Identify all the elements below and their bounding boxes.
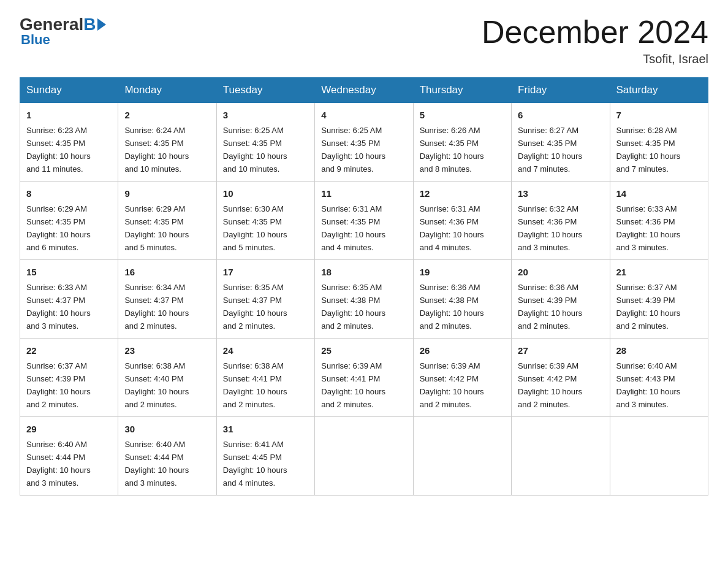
day-number: 9 — [124, 186, 210, 201]
day-info: Sunrise: 6:38 AMSunset: 4:41 PMDaylight:… — [223, 361, 287, 409]
header-tuesday: Tuesday — [216, 78, 314, 103]
page-subtitle: Tsofit, Israel — [482, 52, 708, 66]
calendar-cell: 28Sunrise: 6:40 AMSunset: 4:43 PMDayligh… — [610, 339, 708, 417]
day-info: Sunrise: 6:40 AMSunset: 4:44 PMDaylight:… — [26, 440, 91, 488]
day-info: Sunrise: 6:25 AMSunset: 4:35 PMDaylight:… — [223, 126, 287, 174]
calendar-cell: 11Sunrise: 6:31 AMSunset: 4:35 PMDayligh… — [315, 182, 413, 260]
day-number: 12 — [420, 186, 505, 201]
day-info: Sunrise: 6:29 AMSunset: 4:35 PMDaylight:… — [124, 204, 189, 252]
day-number: 5 — [420, 108, 505, 122]
calendar-cell: 16Sunrise: 6:34 AMSunset: 4:37 PMDayligh… — [118, 260, 216, 339]
calendar-cell — [512, 416, 610, 495]
calendar-cell: 29Sunrise: 6:40 AMSunset: 4:44 PMDayligh… — [20, 416, 118, 495]
calendar-cell: 31Sunrise: 6:41 AMSunset: 4:45 PMDayligh… — [216, 416, 314, 495]
day-number: 24 — [223, 343, 308, 358]
calendar-week-row: 15Sunrise: 6:33 AMSunset: 4:37 PMDayligh… — [20, 260, 708, 339]
calendar-week-row: 8Sunrise: 6:29 AMSunset: 4:35 PMDaylight… — [20, 182, 708, 260]
calendar-cell: 14Sunrise: 6:33 AMSunset: 4:36 PMDayligh… — [610, 182, 708, 260]
calendar-cell: 9Sunrise: 6:29 AMSunset: 4:35 PMDaylight… — [118, 182, 216, 260]
calendar-cell: 25Sunrise: 6:39 AMSunset: 4:41 PMDayligh… — [315, 339, 413, 417]
day-number: 11 — [321, 186, 406, 201]
day-number: 14 — [616, 186, 702, 201]
calendar-header-row: SundayMondayTuesdayWednesdayThursdayFrid… — [20, 78, 708, 103]
logo-subtitle: Blue — [21, 32, 50, 48]
calendar-cell: 20Sunrise: 6:36 AMSunset: 4:39 PMDayligh… — [512, 260, 610, 339]
day-info: Sunrise: 6:41 AMSunset: 4:45 PMDaylight:… — [223, 440, 287, 488]
calendar-cell: 30Sunrise: 6:40 AMSunset: 4:44 PMDayligh… — [118, 416, 216, 495]
calendar-cell: 4Sunrise: 6:25 AMSunset: 4:35 PMDaylight… — [315, 103, 413, 182]
day-number: 22 — [26, 343, 112, 358]
calendar-cell: 23Sunrise: 6:38 AMSunset: 4:40 PMDayligh… — [118, 339, 216, 417]
calendar-cell: 7Sunrise: 6:28 AMSunset: 4:35 PMDaylight… — [610, 103, 708, 182]
calendar-cell: 19Sunrise: 6:36 AMSunset: 4:38 PMDayligh… — [413, 260, 511, 339]
day-number: 25 — [321, 343, 406, 358]
day-info: Sunrise: 6:29 AMSunset: 4:35 PMDaylight:… — [26, 204, 91, 252]
calendar-cell: 24Sunrise: 6:38 AMSunset: 4:41 PMDayligh… — [216, 339, 314, 417]
logo: General B Blue — [20, 15, 106, 48]
day-info: Sunrise: 6:38 AMSunset: 4:40 PMDaylight:… — [124, 361, 189, 409]
day-number: 8 — [26, 186, 112, 201]
day-number: 26 — [420, 343, 505, 358]
page-title: December 2024 — [482, 15, 708, 50]
calendar-cell: 26Sunrise: 6:39 AMSunset: 4:42 PMDayligh… — [413, 339, 511, 417]
header-monday: Monday — [118, 78, 216, 103]
day-info: Sunrise: 6:25 AMSunset: 4:35 PMDaylight:… — [321, 126, 385, 174]
day-number: 19 — [420, 265, 505, 279]
day-number: 23 — [124, 343, 210, 358]
day-number: 1 — [26, 108, 112, 122]
day-number: 31 — [223, 422, 308, 436]
day-number: 7 — [616, 108, 702, 122]
header-saturday: Saturday — [610, 78, 708, 103]
calendar-cell: 1Sunrise: 6:23 AMSunset: 4:35 PMDaylight… — [20, 103, 118, 182]
day-number: 21 — [616, 265, 702, 279]
calendar-cell: 5Sunrise: 6:26 AMSunset: 4:35 PMDaylight… — [413, 103, 511, 182]
day-info: Sunrise: 6:37 AMSunset: 4:39 PMDaylight:… — [616, 283, 681, 331]
calendar-table: SundayMondayTuesdayWednesdayThursdayFrid… — [20, 77, 708, 496]
day-number: 3 — [223, 108, 308, 122]
day-number: 30 — [124, 422, 210, 436]
day-info: Sunrise: 6:39 AMSunset: 4:42 PMDaylight:… — [518, 361, 582, 409]
page-header: General B Blue December 2024 Tsofit, Isr… — [20, 15, 708, 66]
calendar-cell — [413, 416, 511, 495]
day-info: Sunrise: 6:39 AMSunset: 4:42 PMDaylight:… — [420, 361, 484, 409]
calendar-cell — [610, 416, 708, 495]
day-number: 2 — [124, 108, 210, 122]
calendar-week-row: 1Sunrise: 6:23 AMSunset: 4:35 PMDaylight… — [20, 103, 708, 182]
day-info: Sunrise: 6:37 AMSunset: 4:39 PMDaylight:… — [26, 361, 91, 409]
day-info: Sunrise: 6:36 AMSunset: 4:38 PMDaylight:… — [420, 283, 484, 331]
calendar-cell: 3Sunrise: 6:25 AMSunset: 4:35 PMDaylight… — [216, 103, 314, 182]
day-info: Sunrise: 6:31 AMSunset: 4:35 PMDaylight:… — [321, 204, 385, 252]
day-number: 4 — [321, 108, 406, 122]
calendar-cell: 15Sunrise: 6:33 AMSunset: 4:37 PMDayligh… — [20, 260, 118, 339]
calendar-cell: 10Sunrise: 6:30 AMSunset: 4:35 PMDayligh… — [216, 182, 314, 260]
day-info: Sunrise: 6:35 AMSunset: 4:37 PMDaylight:… — [223, 283, 287, 331]
day-info: Sunrise: 6:33 AMSunset: 4:37 PMDaylight:… — [26, 283, 91, 331]
logo-triangle-icon — [97, 18, 106, 31]
day-info: Sunrise: 6:40 AMSunset: 4:44 PMDaylight:… — [124, 440, 189, 488]
day-info: Sunrise: 6:31 AMSunset: 4:36 PMDaylight:… — [420, 204, 484, 252]
day-info: Sunrise: 6:28 AMSunset: 4:35 PMDaylight:… — [616, 126, 681, 174]
day-number: 29 — [26, 422, 112, 436]
calendar-cell: 22Sunrise: 6:37 AMSunset: 4:39 PMDayligh… — [20, 339, 118, 417]
calendar-cell: 12Sunrise: 6:31 AMSunset: 4:36 PMDayligh… — [413, 182, 511, 260]
header-thursday: Thursday — [413, 78, 511, 103]
calendar-cell: 8Sunrise: 6:29 AMSunset: 4:35 PMDaylight… — [20, 182, 118, 260]
calendar-week-row: 29Sunrise: 6:40 AMSunset: 4:44 PMDayligh… — [20, 416, 708, 495]
calendar-cell — [315, 416, 413, 495]
calendar-cell: 21Sunrise: 6:37 AMSunset: 4:39 PMDayligh… — [610, 260, 708, 339]
calendar-cell: 2Sunrise: 6:24 AMSunset: 4:35 PMDaylight… — [118, 103, 216, 182]
logo-blue-part: B — [83, 15, 105, 34]
day-number: 17 — [223, 265, 308, 279]
day-info: Sunrise: 6:24 AMSunset: 4:35 PMDaylight:… — [124, 126, 189, 174]
day-info: Sunrise: 6:33 AMSunset: 4:36 PMDaylight:… — [616, 204, 681, 252]
day-info: Sunrise: 6:32 AMSunset: 4:36 PMDaylight:… — [518, 204, 582, 252]
day-number: 28 — [616, 343, 702, 358]
calendar-cell: 6Sunrise: 6:27 AMSunset: 4:35 PMDaylight… — [512, 103, 610, 182]
day-number: 6 — [518, 108, 603, 122]
calendar-cell: 13Sunrise: 6:32 AMSunset: 4:36 PMDayligh… — [512, 182, 610, 260]
header-wednesday: Wednesday — [315, 78, 413, 103]
day-number: 15 — [26, 265, 112, 279]
day-number: 27 — [518, 343, 603, 358]
day-info: Sunrise: 6:27 AMSunset: 4:35 PMDaylight:… — [518, 126, 582, 174]
day-info: Sunrise: 6:39 AMSunset: 4:41 PMDaylight:… — [321, 361, 385, 409]
